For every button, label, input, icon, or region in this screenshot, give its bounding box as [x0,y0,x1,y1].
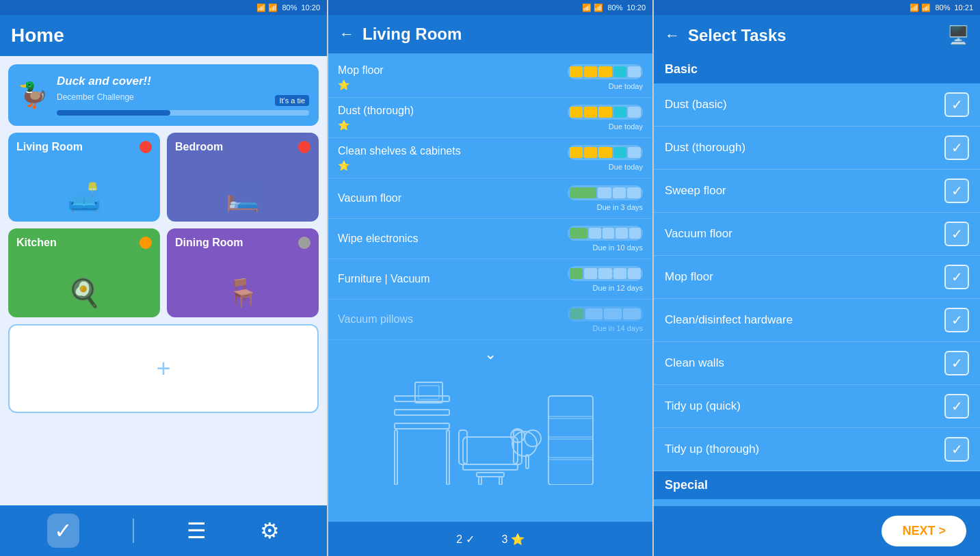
next-button[interactable]: NEXT > [882,516,966,546]
task-left-vacuum: Vacuum floor [338,192,401,204]
time-living: 10:20 [626,3,646,12]
task-row-tidy-quick[interactable]: Tidy up (quick) ✓ [654,385,980,428]
nav-list-button[interactable]: ☰ [187,518,207,544]
task-left-wipe: Wipe electronics [338,233,418,245]
task-row-dust-basic[interactable]: Dust (basic) ✓ [654,83,980,127]
seg-l7 [615,228,627,239]
seg-yellow-dust [570,107,583,118]
checkbox-dust-basic[interactable]: ✓ [944,92,969,117]
due-wipe: Due in 10 days [593,243,643,252]
checkbox-dust-thorough[interactable]: ✓ [944,135,969,160]
svg-rect-21 [419,386,439,399]
svg-rect-17 [548,416,593,419]
room-kitchen-title: Kitchen [16,237,57,249]
task-right-vacuum: Due in 3 days [568,185,643,211]
status-bar-tasks: 📶 📶 80% 10:21 [654,0,980,15]
seg-l11 [613,268,626,279]
checkmark-icon-6: ✓ [951,312,963,328]
task-label-mop-floor: Mop floor [665,270,713,284]
checkbox-tidy-quick[interactable]: ✓ [944,394,969,419]
room-card-bedroom[interactable]: Bedroom 🛏️ [167,133,319,222]
checkbox-mop-floor[interactable]: ✓ [944,265,969,289]
task-item-pillows[interactable]: Vacuum pillows Due in 14 days [328,300,652,340]
stat-starred: 3 ⭐ [502,533,525,546]
task-left-dust: Dust (thorough) ⭐ [338,105,414,131]
checkbox-sweep[interactable]: ✓ [944,178,969,203]
tasks-title: Select Tasks [688,26,786,45]
svg-rect-16 [548,396,593,485]
room-card-kitchen[interactable]: Kitchen 🍳 [8,228,160,317]
seg-l13 [585,308,603,319]
nav-gear-button[interactable]: ⚙ [260,518,280,544]
checkbox-vacuum-floor[interactable]: ✓ [944,222,969,246]
seg-l4 [627,187,641,198]
panel-living: 📶 📶 80% 10:20 ← Living Room Mop floor ⭐ [327,0,654,556]
bottom-nav: ✓ ☰ ⚙ [0,505,327,556]
task-item-furniture[interactable]: Furniture | Vacuum Due in 12 days [328,259,652,300]
indicator-bedroom [298,141,310,153]
task-label-dust-basic: Dust (basic) [665,98,727,111]
time-home: 10:20 [301,3,320,12]
checkmark-icon-5: ✓ [951,269,963,285]
seg-teal-mop [613,66,626,77]
back-arrow-living[interactable]: ← [339,25,354,43]
due-pillows: Due in 14 days [593,324,643,332]
svg-point-13 [525,430,541,447]
task-item-clean-shelves[interactable]: Clean shelves & cabinets ⭐ Due today [328,138,652,178]
svg-rect-4 [447,430,449,485]
task-item-dust-thorough[interactable]: Dust (thorough) ⭐ Due today [328,98,652,138]
room-card-header-bedroom: Bedroom [175,141,310,153]
task-row-vacuum-floor[interactable]: Vacuum floor ✓ [654,213,980,256]
checkbox-tidy-thorough[interactable]: ✓ [944,437,969,462]
task-row-mop-floor[interactable]: Mop floor ✓ [654,256,980,299]
seg-l1 [628,147,641,158]
task-row-dust-thorough[interactable]: Dust (thorough) ✓ [654,127,980,170]
progress-vacuum [568,185,643,200]
task-label-tidy-thorough: Tidy up (thorough) [665,442,759,456]
task-list: Mop floor ⭐ Due today Dust (thorough) ⭐ [328,53,652,522]
task-label-vacuum-floor: Vacuum floor [665,227,732,241]
add-room-icon: + [156,354,170,383]
task-right-pillows: Due in 14 days [568,306,643,332]
checkmark-icon-3: ✓ [951,183,963,199]
task-name-pillows: Vacuum pillows [338,313,413,326]
task-item-mop-floor[interactable]: Mop floor ⭐ Due today [328,57,652,98]
battery-tasks: 80% [935,3,950,12]
checkbox-clean-hardware[interactable]: ✓ [944,308,969,332]
challenge-card[interactable]: 🦆 Duck and cover!! December Challenge It… [8,64,319,126]
seg-l12 [628,268,641,279]
indicator-living [140,141,152,153]
back-arrow-tasks[interactable]: ← [665,27,680,44]
task-item-vacuum[interactable]: Vacuum floor Due in 3 days [328,178,652,219]
battery-home: 80% [282,3,297,12]
challenge-sub-left: December Challenge [57,92,134,106]
task-row-tidy-thorough[interactable]: Tidy up (thorough) ✓ [654,428,980,471]
nav-check-button[interactable]: ✓ [47,514,79,548]
challenge-progress-bar [57,110,309,116]
checkmark-icon: ✓ [951,96,963,113]
task-row-sweep[interactable]: Sweep floor ✓ [654,170,980,213]
seg-g3 [570,268,583,279]
room-card-dining[interactable]: Dining Room 🪑 [167,228,319,317]
starred-count: 3 ⭐ [502,533,525,546]
svg-rect-9 [477,473,504,477]
room-card-living[interactable]: Living Room 🛋️ [8,133,160,222]
check-icon: ✓ [54,518,72,543]
status-icons-tasks: 📶 📶 [910,3,931,12]
seg-l5 [589,228,600,239]
svg-rect-18 [548,437,593,439]
checkbox-clean-walls[interactable]: ✓ [944,351,969,375]
progress-furniture [568,266,643,281]
seg-teal-dust [613,107,626,118]
task-item-wipe[interactable]: Wipe electronics Due in 10 days [328,219,652,259]
task-row-clean-hardware[interactable]: Clean/disinfect hardware ✓ [654,299,980,342]
status-icons: 📶 📶 [256,3,278,12]
task-row-clean-walls[interactable]: Clean walls ✓ [654,342,980,385]
section-header-basic: Basic [654,55,980,83]
svg-rect-3 [395,430,397,485]
tasks-icon: 🖥️ [947,25,969,46]
task-name-mop: Mop floor [338,64,384,77]
scroll-down-chevron[interactable]: ⌄ [328,340,652,369]
add-room-card[interactable]: + [8,324,319,413]
svg-rect-10 [479,477,481,485]
